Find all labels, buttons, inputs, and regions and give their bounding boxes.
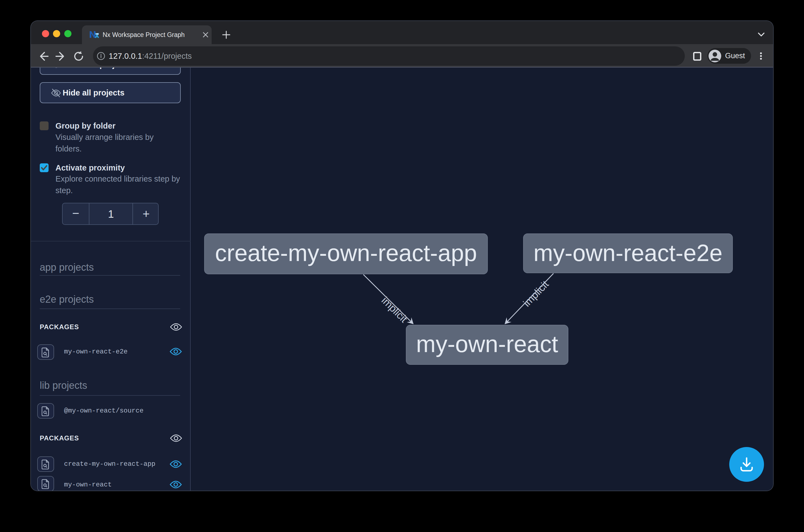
svg-text:implicit: implicit bbox=[521, 279, 551, 309]
svg-text:implicit: implicit bbox=[379, 295, 410, 325]
